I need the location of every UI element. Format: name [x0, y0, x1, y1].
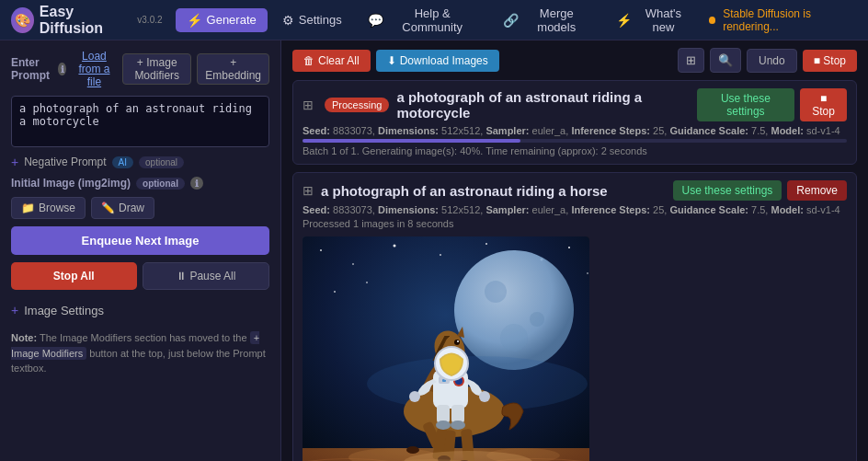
svg-point-12	[485, 281, 507, 303]
neg-prompt-optional-badge: optional	[139, 156, 184, 168]
card1-title: a photograph of an astronaut riding a mo…	[396, 89, 689, 121]
app-logo-icon: 🎨	[11, 7, 34, 33]
svg-point-44	[451, 421, 465, 430]
app-title: Easy Diffusion	[40, 4, 130, 37]
svg-point-8	[587, 272, 588, 274]
prompt-label: Enter Prompt	[11, 56, 52, 82]
generate-icon: ⚡	[187, 13, 202, 28]
neg-prompt-row: + Negative Prompt AI optional	[11, 155, 269, 169]
stop-all-btn[interactable]: Stop All	[11, 262, 137, 290]
image-settings-header[interactable]: + Image Settings	[11, 297, 269, 323]
neg-prompt-label: Negative Prompt	[24, 156, 106, 168]
card2-actions: Use these settings Remove	[673, 180, 847, 201]
svg-point-3	[394, 245, 396, 248]
grid-icon: ⊞	[686, 53, 696, 67]
card1-progress-container	[303, 139, 847, 143]
prompt-input[interactable]	[11, 96, 269, 147]
svg-point-5	[485, 243, 487, 245]
image-modifiers-btn[interactable]: + Image Modifiers	[122, 53, 191, 85]
card1-stop-btn[interactable]: ■ Stop	[800, 88, 847, 121]
note-text: Note: The Image Modifiers section has mo…	[11, 330, 269, 376]
card1-status-badge: Processing	[325, 98, 389, 112]
grid-settings-btn[interactable]: ⊞	[678, 48, 704, 73]
search-icon: 🔍	[718, 53, 733, 67]
stop-generation-btn[interactable]: ■ Stop	[803, 50, 857, 72]
download-images-label: Download Images	[400, 54, 488, 67]
app-version: v3.0.2	[137, 15, 162, 25]
img2img-btns: 📁 Browse ✏️ Draw	[11, 197, 269, 219]
enqueue-btn[interactable]: Enqueue Next Image	[11, 226, 269, 255]
card1-progress-bar	[303, 139, 520, 143]
card2-remove-btn[interactable]: Remove	[787, 180, 847, 201]
whats-new-nav-btn[interactable]: ⚡ What's new	[605, 2, 702, 39]
left-panel: Enter Prompt ℹ Load from a file + Image …	[0, 40, 281, 461]
card1-use-settings-btn[interactable]: Use these settings	[697, 88, 794, 121]
card1-actions: Use these settings ■ Stop	[697, 88, 847, 121]
browse-btn[interactable]: 📁 Browse	[11, 197, 86, 219]
img2img-optional-badge: optional	[136, 178, 185, 190]
image-card-1: ⊞ Processing a photograph of an astronau…	[292, 80, 857, 165]
download-images-btn[interactable]: ⬇ Download Images	[376, 50, 499, 72]
draw-icon: ✏️	[101, 202, 115, 214]
svg-point-22	[454, 340, 460, 345]
merge-icon: 🔗	[503, 13, 519, 28]
trash-icon: 🗑	[303, 54, 314, 67]
pause-all-btn[interactable]: ⏸ Pause All	[143, 262, 270, 290]
prompt-info-icon[interactable]: ℹ	[58, 63, 65, 75]
image-card-2: ⊞ a photograph of an astronaut riding a …	[292, 172, 857, 461]
image-settings-plus-icon: +	[11, 303, 18, 317]
embedding-btn[interactable]: + Embedding	[197, 53, 269, 85]
settings-nav-label: Settings	[299, 13, 342, 27]
svg-point-11	[454, 250, 574, 370]
clear-all-label: Clear All	[318, 54, 360, 67]
image-settings-label: Image Settings	[24, 304, 104, 317]
settings-nav-btn[interactable]: ⚙ Settings	[271, 8, 353, 32]
svg-point-39	[409, 391, 420, 402]
load-from-file-btn[interactable]: Load from a file	[72, 50, 117, 88]
download-icon: ⬇	[387, 54, 396, 67]
neg-prompt-plus-icon: +	[11, 155, 18, 169]
neg-prompt-ai-badge: AI	[112, 156, 133, 168]
merge-models-nav-btn[interactable]: 🔗 Merge models	[492, 2, 601, 39]
toolbar-row: 🗑 Clear All ⬇ Download Images ⊞ 🔍 Undo ■…	[292, 48, 857, 73]
card2-processed-info: Processed 1 images in 8 seconds	[303, 218, 847, 229]
img2img-row: Initial Image (img2img) optional ℹ	[11, 177, 269, 190]
logo-area: 🎨 Easy Diffusion v3.0.2	[11, 4, 163, 37]
svg-point-40	[479, 391, 490, 402]
card1-grid-icon: ⊞	[303, 98, 314, 112]
card1-batch-info: Batch 1 of 1. Generating image(s): 40%. …	[303, 145, 847, 156]
svg-point-14	[500, 324, 528, 352]
generate-nav-btn[interactable]: ⚡ Generate	[176, 8, 268, 32]
search-btn[interactable]: 🔍	[710, 48, 741, 73]
draw-btn[interactable]: ✏️ Draw	[91, 197, 154, 219]
svg-point-2	[352, 263, 354, 265]
main-layout: Enter Prompt ℹ Load from a file + Image …	[0, 40, 868, 461]
generate-nav-label: Generate	[207, 13, 257, 27]
svg-point-1	[320, 249, 322, 251]
whats-new-nav-label: What's new	[636, 6, 691, 34]
right-panel: 🗑 Clear All ⬇ Download Images ⊞ 🔍 Undo ■…	[281, 40, 868, 461]
card2-header: ⊞ a photograph of an astronaut riding a …	[303, 180, 847, 201]
img2img-label: Initial Image (img2img)	[11, 177, 131, 190]
card2-grid-icon: ⊞	[303, 183, 314, 198]
svg-point-23	[457, 340, 459, 342]
undo-btn[interactable]: Undo	[747, 49, 797, 73]
status-dot	[709, 17, 715, 24]
svg-point-13	[530, 312, 544, 327]
card2-title: a photograph of an astronaut riding a ho…	[321, 183, 608, 199]
svg-point-7	[568, 247, 570, 248]
help-community-nav-btn[interactable]: 💬 Help & Community	[357, 2, 488, 39]
img2img-info-icon[interactable]: ℹ	[190, 177, 203, 190]
clear-all-btn[interactable]: 🗑 Clear All	[292, 50, 371, 72]
svg-point-30	[406, 446, 419, 454]
browse-label: Browse	[39, 202, 75, 214]
new-icon: ⚡	[616, 13, 632, 28]
help-icon: 💬	[368, 13, 383, 28]
card1-header: ⊞ Processing a photograph of an astronau…	[303, 88, 847, 121]
svg-point-43	[436, 421, 451, 430]
card1-meta: Seed: 8833073, Dimensions: 512x512, Samp…	[303, 125, 847, 136]
generated-image	[303, 236, 589, 461]
card2-use-settings-btn[interactable]: Use these settings	[673, 180, 782, 201]
svg-point-10	[366, 282, 368, 283]
action-row: Stop All ⏸ Pause All	[11, 262, 269, 290]
